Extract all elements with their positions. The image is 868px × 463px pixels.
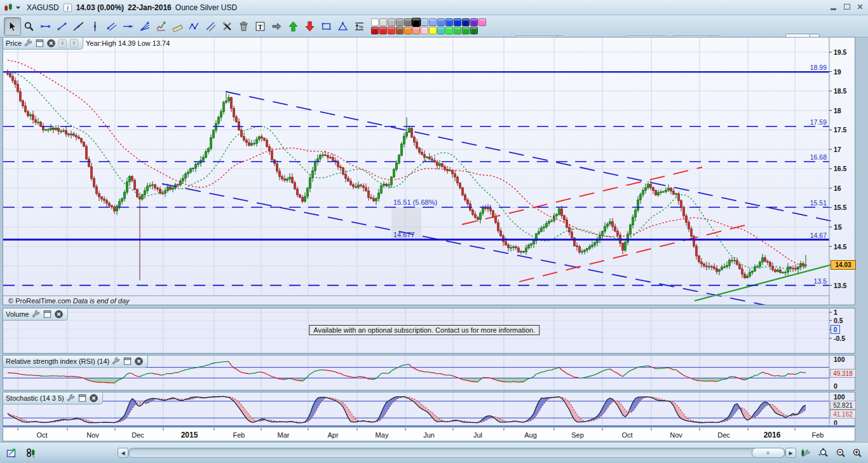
color-swatch[interactable] (412, 27, 420, 34)
instrument-selector-button[interactable] (23, 445, 39, 460)
info-icon[interactable]: i (63, 3, 72, 12)
color-swatch[interactable] (379, 18, 387, 26)
color-swatch[interactable] (470, 18, 478, 26)
color-swatch[interactable] (445, 27, 453, 34)
color-swatch[interactable] (454, 18, 461, 26)
color-swatch[interactable] (379, 27, 387, 34)
close-panel-icon[interactable] (46, 39, 56, 48)
tool-percent-retracement-button[interactable]: % (351, 17, 368, 36)
zoom-out-button[interactable] (833, 445, 848, 460)
chart-scrollbar-thumb[interactable]: ≡ (752, 448, 785, 458)
tool-zigzag-button[interactable] (186, 17, 203, 36)
month-label: Apr (327, 431, 338, 439)
scroll-left-button[interactable]: ◀ (118, 448, 128, 458)
tool-triangle-button[interactable] (334, 17, 351, 36)
move-panel-down-icon (58, 39, 67, 48)
zoom-in-button[interactable] (850, 445, 865, 460)
close-panel-icon[interactable] (134, 357, 144, 366)
tool-vertical-line-button[interactable] (86, 17, 104, 36)
color-swatch[interactable] (404, 18, 412, 26)
tool-arrow-up-button[interactable] (285, 17, 302, 36)
titlebar: XAGUSD i 14.03 (0.00%) 22-Jan-2016 Ounce… (0, 0, 868, 15)
rsi-panel: Relative strength index (RSI) (14) 1000 … (3, 355, 855, 390)
color-swatch[interactable] (454, 27, 461, 34)
svg-text:13.5: 13.5 (834, 282, 847, 289)
settings-wrench-icon[interactable] (31, 310, 41, 319)
color-swatch[interactable] (396, 18, 403, 26)
color-swatch[interactable] (445, 18, 453, 26)
close-window-button[interactable]: ✕ (856, 3, 864, 11)
color-swatch[interactable] (388, 27, 395, 34)
tool-extended-line-button[interactable] (119, 17, 137, 36)
restore-button[interactable] (843, 3, 851, 11)
minimize-button[interactable] (829, 3, 837, 11)
color-swatch[interactable] (429, 27, 437, 34)
svg-text:16.5: 16.5 (834, 165, 847, 172)
tool-text-button[interactable]: T (252, 17, 269, 36)
export-chart-button[interactable] (4, 445, 19, 460)
settings-wrench-icon[interactable] (24, 39, 33, 48)
price-panel-header: Price (3, 38, 83, 50)
close-panel-icon[interactable] (54, 310, 64, 319)
tool-parallel-line-button[interactable] (202, 17, 219, 36)
color-swatch[interactable] (462, 18, 470, 26)
tool-forecast-button[interactable] (153, 17, 170, 36)
color-swatch[interactable] (404, 27, 412, 34)
tool-horizontal-segment-button[interactable] (37, 17, 54, 36)
year-high-low: Year:High 14.39 Low 13.74 (86, 39, 170, 47)
tool-rectangle-button[interactable] (318, 17, 335, 36)
svg-text:14.67: 14.67 (810, 232, 827, 239)
volume-panel-header: Volume (3, 308, 68, 321)
color-swatch[interactable] (371, 18, 379, 26)
subscription-message: Available with an optional subscription.… (309, 325, 539, 335)
tool-zoom-button[interactable] (20, 17, 37, 36)
trading-app-window: XAGUSD i 14.03 (0.00%) 22-Jan-2016 Ounce… (0, 0, 868, 463)
last-price-change: 14.03 (0.00%) (76, 3, 124, 12)
ascending-channel-upper (462, 167, 702, 225)
scroll-right-button[interactable]: ▶ (785, 448, 796, 458)
detach-window-icon[interactable] (78, 394, 87, 403)
color-swatch[interactable] (462, 27, 470, 34)
color-swatch[interactable] (412, 18, 421, 27)
color-swatch[interactable] (470, 27, 478, 34)
tool-toolbox-button[interactable] (219, 17, 236, 36)
color-swatch[interactable] (388, 18, 395, 26)
color-swatch[interactable] (421, 27, 428, 34)
status-bar: ◀ ≡ ▶ (0, 442, 868, 463)
tool-pointer-button[interactable] (4, 17, 21, 36)
tool-arrow-down-button[interactable] (301, 17, 318, 36)
tool-fan-lines-button[interactable] (136, 17, 153, 36)
close-panel-icon[interactable] (89, 394, 98, 403)
month-label: 2015 (181, 431, 198, 439)
symbol-dropdown-icon[interactable] (13, 3, 23, 12)
tool-channel-button[interactable] (103, 17, 120, 36)
color-swatch[interactable] (437, 18, 445, 26)
color-swatch[interactable] (371, 27, 379, 34)
detach-window-icon[interactable] (123, 357, 132, 366)
settings-wrench-icon[interactable] (66, 394, 76, 403)
tool-trash-button[interactable] (235, 17, 252, 36)
price-chart[interactable]: 18.9917.5916.6815.5114.6713.515.51 (5.68… (3, 38, 855, 305)
color-swatch[interactable] (421, 18, 428, 26)
color-swatch[interactable] (429, 18, 437, 26)
month-label: Oct (621, 431, 632, 439)
svg-text:18.5: 18.5 (834, 87, 847, 95)
color-swatch[interactable] (396, 27, 403, 34)
tool-line-button[interactable] (70, 17, 87, 36)
tool-arrow-right-button[interactable] (268, 17, 285, 36)
stochastic-k-badge: 52.821 (830, 401, 856, 410)
month-label: Sep (571, 431, 584, 439)
detach-window-icon[interactable] (43, 310, 52, 319)
settings-wrench-icon[interactable] (111, 357, 121, 366)
chart-options-button[interactable] (798, 445, 813, 460)
svg-text:i: i (67, 4, 69, 11)
chart-scrollbar-track[interactable] (128, 448, 785, 458)
detach-window-icon[interactable] (35, 39, 44, 48)
tool-segment-button[interactable] (53, 17, 71, 36)
zoom-select-button[interactable] (816, 445, 831, 460)
tool-ruler-button[interactable] (169, 17, 186, 36)
stochastic-chart[interactable]: 1000 (3, 392, 855, 425)
color-swatch[interactable] (478, 18, 486, 26)
color-swatch[interactable] (437, 27, 445, 34)
time-axis: OctNovDec2015FebMarAprMayJunJulAugSepOct… (3, 428, 855, 441)
